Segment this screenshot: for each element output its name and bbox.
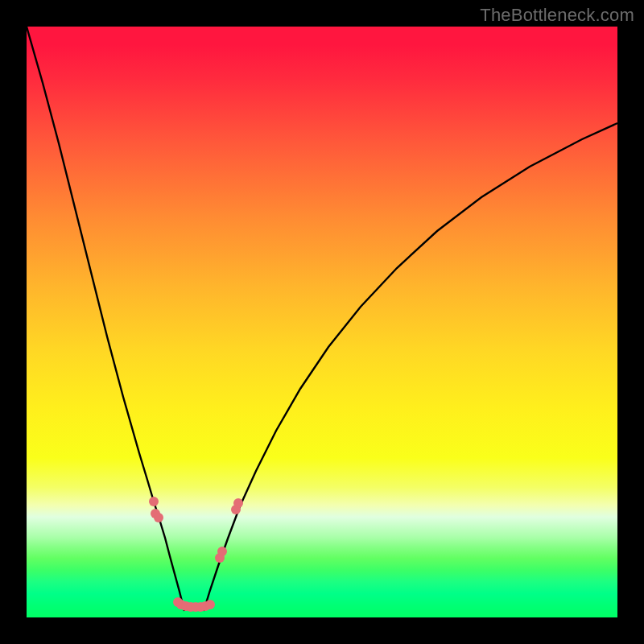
marker-group: [149, 497, 243, 612]
chart-frame: TheBottleneck.com: [0, 0, 644, 644]
curve-layer: [27, 27, 617, 617]
curve-left: [27, 27, 184, 611]
marker-dot: [217, 547, 227, 556]
marker-dot: [205, 600, 215, 609]
marker-dot: [149, 497, 159, 506]
marker-dot: [233, 498, 243, 508]
watermark-text: TheBottleneck.com: [480, 5, 634, 26]
curve-right: [204, 123, 617, 611]
marker-dot: [154, 513, 163, 522]
